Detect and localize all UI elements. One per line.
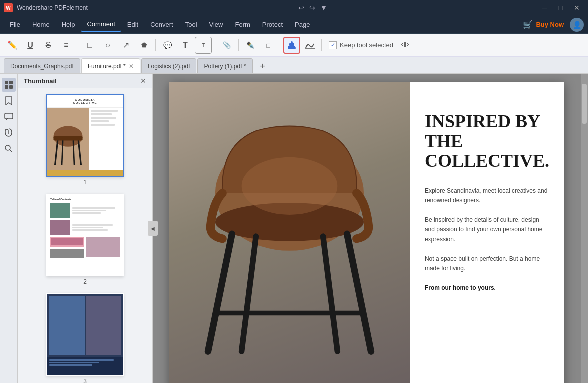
tab-label: Logistics (2).pdf xyxy=(148,63,190,70)
app-icon: W xyxy=(4,4,13,12)
arrow-tool-btn[interactable]: ↗ xyxy=(118,37,134,54)
undo-icon[interactable]: ↩ xyxy=(296,4,306,12)
thumb2-title: Table of Contents xyxy=(50,198,120,201)
recent-icon[interactable]: ▼ xyxy=(318,4,330,12)
thumbnail-header: Thumbnail ✕ xyxy=(18,74,152,88)
thumb1-text xyxy=(89,108,123,170)
thumbnail-page-2[interactable]: Table of Contents xyxy=(24,194,146,286)
eraser-tool-btn[interactable]: ◻ xyxy=(260,37,277,54)
buy-now-button[interactable]: 🛒 Buy Now xyxy=(523,20,564,30)
thumb2-right-bottom xyxy=(86,237,120,257)
pencil-draw-tool-btn[interactable]: ✒️ xyxy=(242,37,259,54)
buy-now-label: Buy Now xyxy=(536,21,564,28)
sidebar-bookmarks-btn[interactable] xyxy=(2,94,16,108)
sidebar-search-btn[interactable] xyxy=(2,142,16,156)
svg-point-25 xyxy=(242,158,338,215)
thumb2-row2 xyxy=(50,220,120,235)
tab-documents-graphs[interactable]: Documents_Graphs.pdf xyxy=(4,58,80,74)
tab-label: Pottery (1).pdf * xyxy=(204,63,246,70)
pdf-chair-image xyxy=(170,82,410,383)
menu-tool[interactable]: Tool xyxy=(180,18,204,32)
menu-protect[interactable]: Protect xyxy=(256,18,289,32)
tab-logistics[interactable]: Logistics (2).pdf xyxy=(142,58,197,74)
maximize-button[interactable]: □ xyxy=(554,1,568,15)
thumbnail-close-btn[interactable]: ✕ xyxy=(140,77,146,85)
strikethrough-tool-btn[interactable]: S xyxy=(40,37,57,54)
keep-tool-checkbox[interactable]: ✓ xyxy=(329,42,337,50)
ellipse-tool-btn[interactable]: ○ xyxy=(100,37,116,54)
close-button[interactable]: ✕ xyxy=(570,1,584,15)
polygon-tool-btn[interactable]: ⬟ xyxy=(136,37,152,54)
thumb1-image xyxy=(48,108,89,170)
svg-line-14 xyxy=(56,140,58,165)
comments-icon xyxy=(4,113,14,121)
menu-comment[interactable]: Comment xyxy=(81,18,121,32)
pdf-para3: Not a space built on perfection. But a h… xyxy=(425,254,550,274)
textbox-tool-btn[interactable]: T xyxy=(195,37,212,54)
thumbnail-panel: Thumbnail ✕ COLUMBIACOLLECTIVE xyxy=(18,74,153,383)
pen-tool-btn[interactable]: ✏️ xyxy=(4,37,21,54)
stamp-tool-btn[interactable] xyxy=(284,37,300,54)
menu-view[interactable]: View xyxy=(204,18,230,32)
pdf-scrollbar[interactable] xyxy=(581,74,588,383)
pdf-para1: Explore Scandinavia, meet local creative… xyxy=(425,186,550,206)
thumbnail-page-3[interactable]: 3 xyxy=(24,294,146,383)
scrollbar-thumb[interactable] xyxy=(582,84,587,124)
keep-tool-area: ✓ Keep tool selected xyxy=(329,42,394,50)
highlight-tool-btn[interactable]: ≡ xyxy=(58,37,75,54)
sidebar-attachments-btn[interactable] xyxy=(2,126,16,140)
thumb-number-1: 1 xyxy=(84,179,87,186)
attachment-tool-btn[interactable]: 📎 xyxy=(218,37,236,54)
thumb1-header: COLUMBIACOLLECTIVE xyxy=(48,96,123,108)
signature-tool-btn[interactable] xyxy=(302,37,318,54)
thumb3-content xyxy=(48,294,123,375)
thumb1-footer xyxy=(48,170,123,176)
underline-tool-btn[interactable]: U xyxy=(22,37,39,54)
thumbnails-icon xyxy=(4,80,14,90)
menu-home[interactable]: Home xyxy=(26,18,56,32)
menu-form[interactable]: Form xyxy=(230,18,256,32)
callout-tool-btn[interactable]: 💬 xyxy=(159,37,176,54)
title-bar: W Wondershare PDFelement ↩ ↪ ▼ ─ □ ✕ xyxy=(0,0,588,16)
add-tab-button[interactable]: + xyxy=(256,60,270,74)
preview-eye-btn[interactable]: 👁 xyxy=(398,38,412,52)
thumb-img-2: Table of Contents xyxy=(46,194,124,276)
collapse-panel-btn[interactable]: ◀ xyxy=(148,221,158,236)
thumbnail-page-1[interactable]: COLUMBIACOLLECTIVE xyxy=(24,94,146,186)
thumb-number-2: 2 xyxy=(84,278,87,286)
minimize-button[interactable]: ─ xyxy=(538,1,552,15)
svg-line-11 xyxy=(10,150,12,152)
thumb2-row1 xyxy=(50,203,120,218)
menu-page[interactable]: Page xyxy=(289,18,316,32)
thumb3-bottom xyxy=(48,358,123,375)
sidebar-comments-btn[interactable] xyxy=(2,110,16,124)
tab-pottery[interactable]: Pottery (1).pdf * xyxy=(198,58,252,74)
tab-furniture[interactable]: Furniture.pdf * ✕ xyxy=(82,58,140,74)
window-controls: ─ □ ✕ xyxy=(538,1,584,15)
thumb2-gray xyxy=(50,249,84,258)
title-bar-middle: ↩ ↪ ▼ xyxy=(296,4,330,12)
search-icon xyxy=(5,145,13,153)
menu-edit[interactable]: Edit xyxy=(122,18,144,32)
thumb2-img1 xyxy=(50,203,70,218)
menu-help[interactable]: Help xyxy=(56,18,82,32)
menu-file[interactable]: File xyxy=(4,18,26,32)
svg-line-22 xyxy=(242,236,256,352)
thumb1-body xyxy=(48,108,123,170)
tab-close-furniture[interactable]: ✕ xyxy=(129,64,134,70)
pdf-text-content: INSPIRED BY THE COLLECTIVE. Explore Scan… xyxy=(410,82,564,383)
app-title: Wondershare PDFelement xyxy=(17,4,88,12)
bookmarks-icon xyxy=(6,96,12,106)
menu-convert[interactable]: Convert xyxy=(144,18,180,32)
svg-line-21 xyxy=(348,234,372,352)
text-tool-btn[interactable]: T xyxy=(177,37,194,54)
tab-label: Documents_Graphs.pdf xyxy=(10,63,74,70)
thumbnail-list: COLUMBIACOLLECTIVE xyxy=(18,88,152,383)
redo-icon[interactable]: ↪ xyxy=(308,4,318,12)
rectangle-tool-btn[interactable]: □ xyxy=(82,37,98,54)
sidebar-thumbnails-btn[interactable] xyxy=(2,78,16,92)
pdf-heading: INSPIRED BY THE COLLECTIVE. xyxy=(425,112,550,172)
chair-svg-container xyxy=(170,82,410,383)
thumb-img-1: COLUMBIACOLLECTIVE xyxy=(46,94,124,177)
user-avatar[interactable]: 👤 xyxy=(570,18,584,32)
